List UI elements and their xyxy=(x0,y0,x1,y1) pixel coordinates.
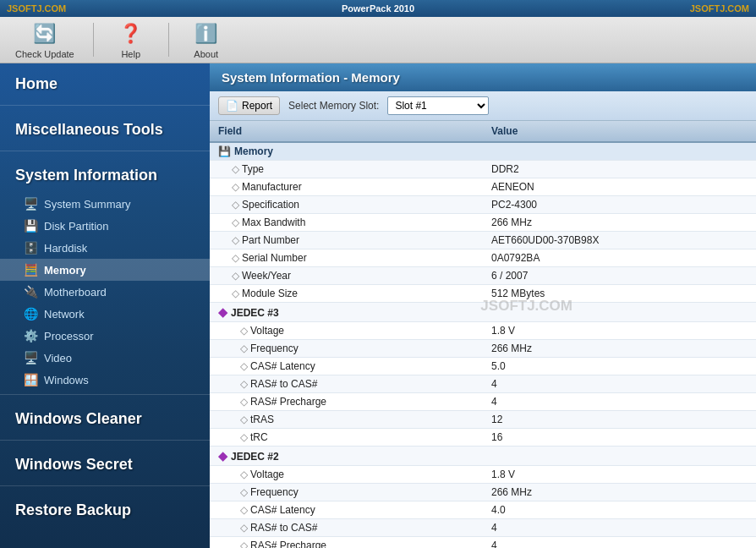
sidebar-item-video[interactable]: 🖥️ Video xyxy=(0,347,210,369)
info-table: Field Value 💾Memory◇TypeDDR2◇Manufacture… xyxy=(210,121,756,548)
data-field: ◇CAS# Latency xyxy=(210,358,483,375)
table-container[interactable]: Field Value 💾Memory◇TypeDDR2◇Manufacture… xyxy=(210,121,756,548)
video-icon: 🖥️ xyxy=(24,351,39,364)
disk-partition-icon: 💾 xyxy=(24,219,39,233)
harddisk-icon: 🗄️ xyxy=(24,241,39,255)
data-field: ◇Specification xyxy=(210,196,483,214)
processor-icon: ⚙️ xyxy=(24,329,39,342)
data-value: 4 xyxy=(483,375,756,393)
content-header: System Information - Memory xyxy=(210,63,756,91)
sidebar-section-home[interactable]: Home xyxy=(0,63,210,101)
network-label: Network xyxy=(44,308,85,321)
sidebar-item-system-summary[interactable]: 🖥️ System Summary xyxy=(0,193,210,215)
windows-label: Windows xyxy=(44,374,89,386)
table-row: ◇Max Bandwith266 MHz xyxy=(210,214,756,232)
check-update-label: Check Update xyxy=(15,49,74,59)
about-button[interactable]: ℹ️ About xyxy=(181,17,232,63)
sidebar-item-motherboard[interactable]: 🔌 Motherboard xyxy=(0,281,210,303)
title-bar-right-brand: JSOFTJ.COM xyxy=(690,3,749,14)
table-row: ◇RAS# to CAS#4 xyxy=(210,519,756,537)
data-field: ◇RAS# to CAS# xyxy=(210,519,483,537)
data-field: ◇tRC xyxy=(210,429,483,447)
table-row: ◇Part NumberAET660UD00-370B98X xyxy=(210,232,756,249)
sidebar-section-cleaner[interactable]: Windows Cleaner xyxy=(0,398,210,436)
table-row: ◇Frequency266 MHz xyxy=(210,340,756,358)
motherboard-icon: 🔌 xyxy=(24,285,39,299)
data-value: 4 xyxy=(483,393,756,411)
table-row: ◇Voltage1.8 V xyxy=(210,466,756,484)
sidebar-divider-5 xyxy=(0,485,210,486)
data-field: ◇Manufacturer xyxy=(210,178,483,196)
sidebar-item-windows[interactable]: 🪟 Windows xyxy=(0,369,210,391)
memory-label: Memory xyxy=(44,264,86,277)
sidebar-item-processor[interactable]: ⚙️ Processor xyxy=(0,325,210,347)
system-summary-label: System Summary xyxy=(44,198,131,211)
data-value: PC2-4300 xyxy=(483,196,756,214)
sidebar-item-network[interactable]: 🌐 Network xyxy=(0,303,210,325)
report-label: Report xyxy=(242,100,272,112)
title-bar: JSOFTJ.COM PowerPack 2010 JSOFTJ.COM xyxy=(0,0,756,17)
check-update-button[interactable]: 🔄 Check Update xyxy=(8,17,81,63)
data-field: ◇Module Size xyxy=(210,285,483,303)
memory-icon: 🧮 xyxy=(24,263,39,277)
table-row: ◇Serial Number0A0792BA xyxy=(210,249,756,267)
jedec-field: ◆JEDEC #3 xyxy=(210,303,483,322)
data-value: AET660UD00-370B98X xyxy=(483,232,756,249)
data-field: ◇Frequency xyxy=(210,484,483,501)
data-field: ◇Type xyxy=(210,161,483,178)
table-row: ◇TypeDDR2 xyxy=(210,161,756,178)
harddisk-label: Harddisk xyxy=(44,242,87,255)
data-field: ◇RAS# Precharge xyxy=(210,393,483,411)
sidebar-item-disk-partition[interactable]: 💾 Disk Partition xyxy=(0,215,210,237)
sidebar-divider-3 xyxy=(0,394,210,395)
data-value: 6 / 2007 xyxy=(483,267,756,285)
data-value: 12 xyxy=(483,411,756,429)
data-field: ◇tRAS xyxy=(210,411,483,429)
data-value: 1.8 V xyxy=(483,466,756,484)
data-field: ◇Frequency xyxy=(210,340,483,358)
table-row: ◇RAS# Precharge4 xyxy=(210,393,756,411)
disk-partition-label: Disk Partition xyxy=(44,220,109,233)
table-header-row: Field Value xyxy=(210,121,756,142)
table-row: ◇Voltage1.8 V xyxy=(210,322,756,340)
content-area: System Information - Memory 📄 Report Sel… xyxy=(210,63,756,548)
column-header-field: Field xyxy=(210,121,483,142)
check-update-icon: 🔄 xyxy=(31,20,58,47)
data-value: 4.0 xyxy=(483,501,756,519)
sidebar-section-restore[interactable]: Restore Backup xyxy=(0,490,210,528)
report-button[interactable]: 📄 Report xyxy=(218,96,280,115)
select-memory-slot-label: Select Memory Slot: xyxy=(288,100,379,112)
network-icon: 🌐 xyxy=(24,307,39,321)
sidebar-item-harddisk[interactable]: 🗄️ Harddisk xyxy=(0,237,210,259)
toolbar: 🔄 Check Update ❓ Help ℹ️ About xyxy=(0,17,756,63)
help-button[interactable]: ❓ Help xyxy=(106,17,156,63)
section-field: 💾Memory xyxy=(210,142,483,161)
report-icon: 📄 xyxy=(226,100,238,112)
main-layout: Home Miscellaneous Tools System Informat… xyxy=(0,63,756,548)
table-row: ◆JEDEC #3 xyxy=(210,303,756,322)
data-value: 266 MHz xyxy=(483,484,756,501)
sidebar-section-secret[interactable]: Windows Secret xyxy=(0,444,210,482)
title-bar-app-name: PowerPack 2010 xyxy=(342,3,414,14)
table-row: ◇Frequency266 MHz xyxy=(210,484,756,501)
data-value: 5.0 xyxy=(483,358,756,375)
sidebar-divider-2 xyxy=(0,151,210,151)
sidebar-section-misc[interactable]: Miscellaneous Tools xyxy=(0,109,210,147)
sidebar-item-memory[interactable]: 🧮 Memory xyxy=(0,259,210,281)
table-row: ◇CAS# Latency5.0 xyxy=(210,358,756,375)
slot-select[interactable]: Slot #1 Slot #2 xyxy=(387,96,489,115)
table-row: ◆JEDEC #2 xyxy=(210,447,756,466)
data-field: ◇Max Bandwith xyxy=(210,214,483,232)
table-row: ◇Module Size512 MBytes xyxy=(210,285,756,303)
windows-icon: 🪟 xyxy=(24,373,39,386)
system-summary-icon: 🖥️ xyxy=(24,197,39,211)
processor-label: Processor xyxy=(44,330,94,342)
data-field: ◇Voltage xyxy=(210,322,483,340)
content-toolbar: 📄 Report Select Memory Slot: Slot #1 Slo… xyxy=(210,91,756,121)
data-value: 512 MBytes xyxy=(483,285,756,303)
data-field: ◇Week/Year xyxy=(210,267,483,285)
data-value: 4 xyxy=(483,537,756,549)
about-label: About xyxy=(194,49,218,59)
data-value: 1.8 V xyxy=(483,322,756,340)
about-icon: ℹ️ xyxy=(193,20,220,47)
